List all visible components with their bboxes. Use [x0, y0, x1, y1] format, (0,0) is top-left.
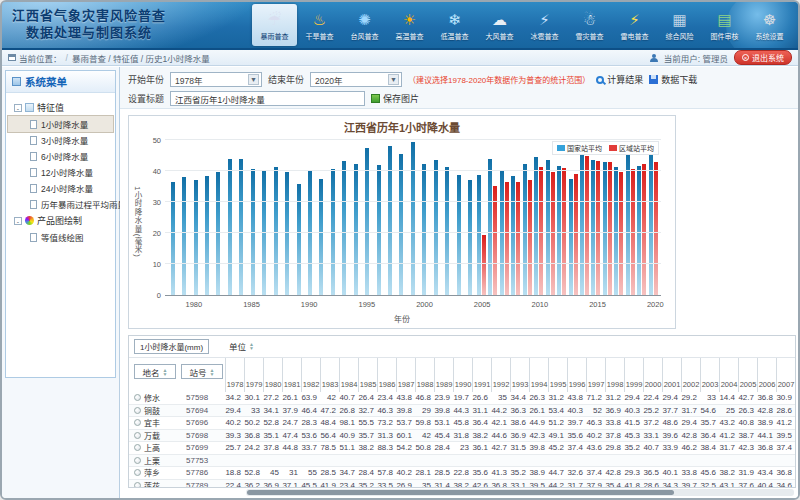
year-header-1999[interactable]: 1999 — [624, 358, 643, 392]
tree-group-特征值[interactable]: -特征值 — [8, 99, 113, 116]
table-row-修水[interactable]: 修水5759834.230.127.226.163.94240.726.423.… — [129, 392, 795, 405]
toolbar-item-低温普查[interactable]: ❄低温普查 — [432, 4, 477, 46]
sort-icon[interactable]: ▲▼ — [163, 368, 168, 376]
high-temp-icon: ☀ — [399, 10, 421, 30]
scrollbar-thumb[interactable] — [247, 490, 674, 495]
year-header-1984[interactable]: 1984 — [339, 358, 358, 392]
sidebar-item-历年暴雨过程平均雨量[interactable]: 历年暴雨过程平均雨量 — [8, 196, 113, 212]
year-header-1997[interactable]: 1997 — [586, 358, 605, 392]
unit-column-header[interactable]: 单位 ▲▼ — [229, 340, 254, 352]
calculate-button[interactable]: 计算结果 — [596, 73, 643, 86]
sort-icon[interactable]: ▲▼ — [210, 368, 215, 376]
row-radio-button[interactable] — [134, 482, 141, 488]
lightning-icon: ⚡ — [624, 10, 646, 30]
row-radio-button[interactable] — [134, 444, 141, 451]
year-header-2003[interactable]: 2003 — [700, 358, 719, 392]
sidebar-item-12小时降水量[interactable]: 12小时降水量 — [8, 164, 113, 180]
sidebar-item-等值线绘图[interactable]: 等值线绘图 — [8, 229, 113, 245]
year-header-2002[interactable]: 2002 — [681, 358, 700, 392]
toolbar-item-大风普查[interactable]: ☁大风普查 — [477, 4, 522, 46]
bar-group-2002 — [442, 140, 453, 295]
logout-button[interactable]: × 退出系统 — [734, 50, 792, 65]
toolbar-item-图件审核[interactable]: ▤图件审核 — [702, 4, 747, 46]
horizontal-scrollbar[interactable] — [246, 489, 794, 496]
year-header-1980[interactable]: 1980 — [263, 358, 282, 392]
expander-icon[interactable]: - — [14, 217, 22, 225]
value-cell-1983: 47.2 — [319, 406, 338, 415]
toolbar-item-暴雨普查[interactable]: ☔暴雨普查 — [252, 4, 297, 46]
year-header-2005[interactable]: 2005 — [738, 358, 757, 392]
save-image-button[interactable]: 保存图片 — [371, 92, 419, 105]
table-row-铜鼓[interactable]: 铜鼓5769429.43334.137.946.447.226.832.746.… — [129, 405, 795, 418]
sidebar-item-24小时降水量[interactable]: 24小时降水量 — [8, 180, 113, 196]
year-header-1990[interactable]: 1990 — [453, 358, 472, 392]
value-cell-1990: 45.8 — [452, 418, 471, 427]
table-row-上栗[interactable]: 上栗57753 — [129, 455, 795, 468]
toolbar-item-干旱普查[interactable]: ♨干旱普查 — [297, 4, 342, 46]
toolbar-item-label: 台风普查 — [351, 31, 379, 41]
end-year-label: 结束年份 — [268, 73, 304, 86]
year-header-1994[interactable]: 1994 — [529, 358, 548, 392]
table-row-莲花[interactable]: 莲花5778922.436.236.937.145.541.923.435.23… — [129, 480, 795, 489]
year-header-2006[interactable]: 2006 — [757, 358, 776, 392]
value-cell-2001: 40.1 — [661, 468, 680, 477]
value-cell-1978: 22.4 — [224, 481, 243, 488]
row-radio-button[interactable] — [134, 394, 141, 401]
sidebar-item-1小时降水量[interactable]: 1小时降水量 — [8, 116, 113, 132]
year-header-2001[interactable]: 2001 — [662, 358, 681, 392]
value-cell-2004: 41.2 — [718, 431, 737, 440]
toolbar-item-冰雹普查[interactable]: ⚡冰雹普查 — [522, 4, 567, 46]
toolbar-item-雷电普查[interactable]: ⚡雷电普查 — [612, 4, 657, 46]
row-radio-button[interactable] — [134, 457, 141, 464]
start-year-select[interactable]: 1978年 ▼ — [170, 72, 262, 87]
year-header-1981[interactable]: 1981 — [282, 358, 301, 392]
sidebar-item-3小时降水量[interactable]: 3小时降水量 — [8, 132, 113, 148]
row-radio-button[interactable] — [134, 407, 141, 414]
expander-icon[interactable]: - — [14, 104, 22, 112]
year-header-2000[interactable]: 2000 — [643, 358, 662, 392]
download-button[interactable]: 数据下载 — [649, 73, 697, 86]
table-row-宜丰[interactable]: 宜丰5769640.250.252.824.728.348.498.155.57… — [129, 417, 795, 430]
year-header-1979[interactable]: 1979 — [244, 358, 263, 392]
year-header-2007[interactable]: 2007 — [776, 358, 795, 392]
chart-title-input[interactable] — [170, 91, 365, 106]
end-year-select[interactable]: 2020年 ▼ — [310, 72, 402, 87]
year-header-1995[interactable]: 1995 — [548, 358, 567, 392]
toolbar-item-高温普查[interactable]: ☀高温普查 — [387, 4, 432, 46]
table-row-万载[interactable]: 万载5769839.336.835.147.453.656.440.935.73… — [129, 430, 795, 443]
toolbar-item-综合风险[interactable]: ▦综合风险 — [657, 4, 702, 46]
year-header-1996[interactable]: 1996 — [567, 358, 586, 392]
sidebar-item-6小时降水量[interactable]: 6小时降水量 — [8, 148, 113, 164]
year-header-2004[interactable]: 2004 — [719, 358, 738, 392]
station-column-header[interactable]: 站号 ▲▼ — [181, 364, 223, 379]
year-header-1978[interactable]: 1978 — [225, 358, 244, 392]
sort-icon[interactable]: ▲▼ — [249, 342, 254, 350]
year-header-1989[interactable]: 1989 — [434, 358, 453, 392]
year-header-1986[interactable]: 1986 — [377, 358, 396, 392]
toolbar-item-台风普查[interactable]: ✺台风普查 — [342, 4, 387, 46]
row-radio-button[interactable] — [134, 432, 141, 439]
year-header-1998[interactable]: 1998 — [605, 358, 624, 392]
year-header-1982[interactable]: 1982 — [301, 358, 320, 392]
table-row-萍乡[interactable]: 萍乡5778618.852.845315528.534.728.457.840.… — [129, 467, 795, 480]
year-header-1987[interactable]: 1987 — [396, 358, 415, 392]
toolbar-item-系统设置[interactable]: ☸系统设置 — [747, 4, 792, 46]
year-header-1988[interactable]: 1988 — [415, 358, 434, 392]
year-header-1983[interactable]: 1983 — [320, 358, 339, 392]
toolbar-item-雪灾普查[interactable]: ☃雪灾普查 — [567, 4, 612, 46]
value-cell-1980: 27.2 — [262, 393, 281, 402]
row-radio-button[interactable] — [134, 469, 141, 476]
year-header-1992[interactable]: 1992 — [491, 358, 510, 392]
year-header-1991[interactable]: 1991 — [472, 358, 491, 392]
value-cell-1991: 31.1 — [471, 406, 490, 415]
bar-national-2001 — [434, 160, 438, 295]
tree-group-产品图绘制[interactable]: -产品图绘制 — [8, 212, 113, 229]
table-row-上高[interactable]: 上高5769925.724.237.844.833.778.551.138.28… — [129, 442, 795, 455]
name-column-header[interactable]: 地名 ▲▼ — [134, 364, 176, 379]
table-toolbar: 1小时降水量(mm) 单位 ▲▼ — [129, 336, 795, 358]
year-header-1985[interactable]: 1985 — [358, 358, 377, 392]
year-header-1993[interactable]: 1993 — [510, 358, 529, 392]
value-cell-1981: 37.9 — [281, 406, 300, 415]
row-radio-button[interactable] — [134, 419, 141, 426]
value-cell-1993: 35.2 — [509, 468, 528, 477]
